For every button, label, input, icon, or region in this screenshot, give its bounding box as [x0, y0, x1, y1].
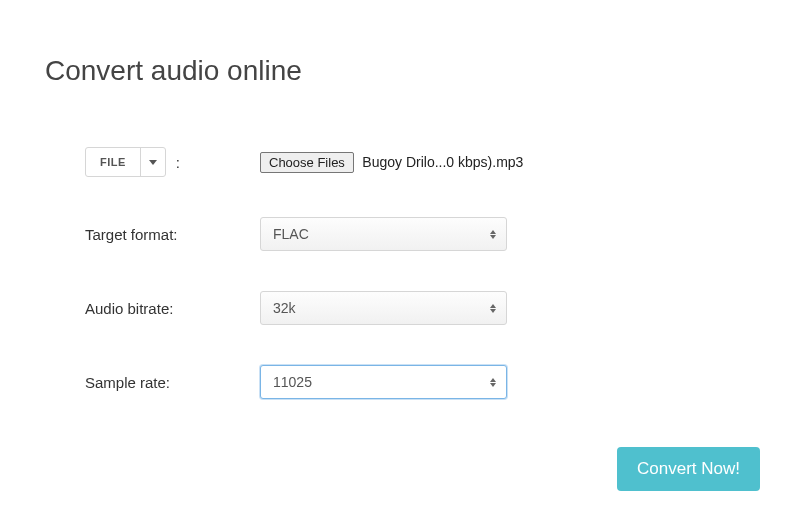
page-title: Convert audio online	[45, 55, 755, 87]
target-format-label: Target format:	[85, 226, 260, 243]
sample-rate-value: 11025	[273, 374, 312, 390]
convert-now-button[interactable]: Convert Now!	[617, 447, 760, 491]
file-row: FILE : Choose Files Bugoy Drilo...0 kbps…	[85, 147, 755, 177]
file-source-colon: :	[176, 154, 180, 171]
sample-rate-row: Sample rate: 11025	[85, 365, 755, 399]
file-picker-col: Choose Files Bugoy Drilo...0 kbps).mp3	[260, 152, 523, 173]
file-source-col: FILE :	[85, 147, 260, 177]
target-format-select[interactable]: FLAC	[260, 217, 507, 251]
audio-bitrate-value: 32k	[273, 300, 296, 316]
sample-rate-label: Sample rate:	[85, 374, 260, 391]
file-source-split-button[interactable]: FILE	[85, 147, 166, 177]
up-down-arrows-icon	[490, 378, 496, 387]
selected-filename: Bugoy Drilo...0 kbps).mp3	[362, 154, 523, 170]
audio-bitrate-label: Audio bitrate:	[85, 300, 260, 317]
audio-bitrate-select[interactable]: 32k	[260, 291, 507, 325]
target-format-row: Target format: FLAC	[85, 217, 755, 251]
convert-form: FILE : Choose Files Bugoy Drilo...0 kbps…	[45, 147, 755, 399]
file-source-dropdown-toggle[interactable]	[141, 148, 165, 176]
choose-files-button[interactable]: Choose Files	[260, 152, 354, 173]
file-source-button[interactable]: FILE	[86, 148, 141, 176]
caret-down-icon	[149, 160, 157, 165]
up-down-arrows-icon	[490, 230, 496, 239]
up-down-arrows-icon	[490, 304, 496, 313]
target-format-value: FLAC	[273, 226, 309, 242]
audio-bitrate-row: Audio bitrate: 32k	[85, 291, 755, 325]
sample-rate-select[interactable]: 11025	[260, 365, 507, 399]
